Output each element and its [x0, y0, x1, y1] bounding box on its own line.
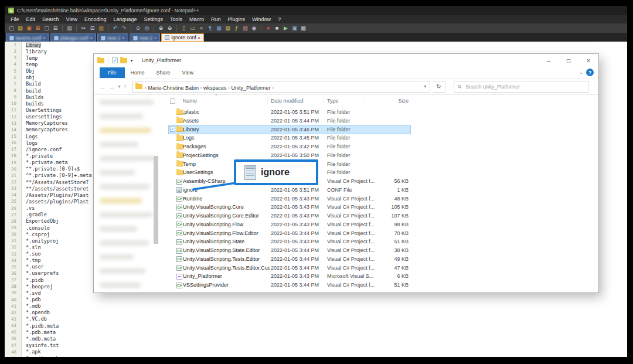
address-dropdown-icon[interactable]: ▼: [423, 84, 427, 89]
file-row[interactable]: C#VSSettingsProvider2022-01-05 3:44 PMVi…: [169, 281, 410, 290]
nav-item-blurred[interactable]: [100, 170, 135, 175]
menu-[interactable]: ?: [274, 16, 284, 22]
file-row[interactable]: Logs2022-01-05 3:45 PMFile folder: [169, 134, 410, 142]
file-row[interactable]: C#Unity.VisualScripting.Tests.Editor.Cus…: [169, 264, 410, 273]
close-tab-icon[interactable]: ×: [122, 36, 125, 40]
file-row[interactable]: Assets2022-01-05 3:44 PMFile folder: [169, 117, 410, 125]
close-tab-icon[interactable]: ×: [154, 36, 156, 40]
qat-dropdown-icon[interactable]: ▼: [130, 59, 134, 63]
search-input[interactable]: [465, 83, 584, 90]
close-icon[interactable]: ▢: [43, 25, 50, 32]
wrap-icon[interactable]: ≡: [198, 25, 205, 32]
menu-window[interactable]: Window: [249, 16, 274, 22]
minimize-button[interactable]: –: [539, 54, 559, 67]
close-tab-icon[interactable]: ×: [43, 36, 45, 40]
file-row[interactable]: ProjectSettings2022-01-05 3:50 PMFile fo…: [169, 151, 410, 160]
file-row[interactable]: C#Runtime2022-01-05 3:43 PMVisual C# Pro…: [169, 195, 410, 203]
forward-icon[interactable]: →: [108, 83, 115, 90]
menu-tools[interactable]: Tools: [166, 16, 186, 22]
new-folder-icon[interactable]: [120, 58, 127, 63]
nav-item-blurred[interactable]: [100, 114, 143, 119]
menu-edit[interactable]: Edit: [23, 16, 39, 22]
column-header-date[interactable]: Date modified: [271, 98, 304, 104]
close-tab-icon[interactable]: ×: [90, 36, 93, 40]
file-row[interactable]: C#Unity.VisualScripting.Tests.Editor2022…: [169, 255, 410, 264]
save-macro-icon[interactable]: ▩: [300, 25, 307, 32]
find-icon[interactable]: ⊙: [134, 25, 142, 32]
file-row[interactable]: C#Unity.VisualScripting.Flow2022-01-05 3…: [169, 220, 410, 229]
run-macro-multiple-icon[interactable]: ▣: [291, 25, 298, 32]
file-row[interactable]: C#Unity.VisualScripting.Core.Editor2022-…: [169, 212, 410, 220]
maximize-button[interactable]: □: [559, 54, 578, 67]
up-icon[interactable]: ↑: [124, 83, 127, 90]
redo-icon[interactable]: ↷: [120, 25, 128, 32]
sync-vertical-icon[interactable]: ▯: [180, 25, 188, 32]
nav-item-blurred[interactable]: [100, 268, 145, 274]
history-dropdown-icon[interactable]: ▼: [117, 84, 121, 89]
breadcrumb[interactable]: › Marie-Christine Babin › wkspaces › Uni…: [132, 81, 430, 93]
play-macro-icon[interactable]: ▶: [282, 25, 290, 32]
nav-scrollbar[interactable]: [154, 156, 158, 244]
back-icon[interactable]: ←: [100, 83, 106, 90]
breadcrumb-segment[interactable]: Marie-Christine Babin: [148, 85, 199, 91]
column-header-size[interactable]: Size: [368, 98, 409, 104]
save-icon[interactable]: ▣: [25, 25, 33, 32]
menu-file[interactable]: File: [7, 16, 23, 22]
ribbon-tab-home[interactable]: Home: [125, 68, 151, 77]
row-checkbox[interactable]: ✓: [170, 127, 175, 132]
folder-workspace-icon[interactable]: ▧: [241, 25, 249, 32]
replace-icon[interactable]: ◎: [143, 25, 151, 32]
menu-view[interactable]: View: [63, 16, 81, 22]
nav-item-blurred[interactable]: [100, 142, 138, 147]
print-icon[interactable]: ▤: [66, 25, 73, 32]
file-row[interactable]: ∞Unity_Platformer2022-01-05 3:43 PMMicro…: [169, 272, 410, 281]
breadcrumb-segment[interactable]: wkspaces: [203, 85, 227, 91]
tab-new-1[interactable]: new 1×: [97, 33, 128, 42]
copy-icon[interactable]: ⊡: [89, 25, 96, 32]
navigation-pane[interactable]: [94, 95, 168, 292]
file-row[interactable]: .plastic2022-01-05 3:51 PMFile folder: [169, 108, 410, 117]
sync-horizontal-icon[interactable]: ▭: [189, 25, 196, 32]
close-tab-icon[interactable]: ×: [198, 36, 200, 40]
help-icon[interactable]: ?: [586, 69, 594, 76]
doc-map-icon[interactable]: ▤: [224, 25, 232, 32]
menu-macro[interactable]: Macro: [186, 16, 207, 22]
file-row[interactable]: C#Unity.VisualScripting.Flow.Editor2022-…: [169, 229, 410, 238]
menu-language[interactable]: Language: [110, 16, 140, 22]
properties-icon[interactable]: ✓: [112, 57, 118, 63]
menu-run[interactable]: Run: [207, 16, 224, 22]
nav-item-blurred[interactable]: [100, 100, 154, 105]
file-row[interactable]: C#Unity.VisualScripting.Core2022-01-05 3…: [169, 203, 410, 212]
show-all-chars-icon[interactable]: ¶: [206, 25, 214, 32]
menu-settings[interactable]: Settings: [141, 16, 167, 22]
ribbon-tab-share[interactable]: Share: [151, 68, 176, 77]
close-button[interactable]: ×: [578, 54, 598, 67]
nav-item-blurred[interactable]: [100, 184, 150, 189]
menu-search[interactable]: Search: [39, 16, 63, 22]
nav-item-blurred[interactable]: [100, 198, 142, 203]
file-row[interactable]: ignore2022-01-05 3:51 PMCONF File1 KB: [169, 186, 410, 195]
file-row[interactable]: ✓Library2022-01-05 3:46 PMFile folder: [169, 125, 410, 134]
file-row[interactable]: C#Unity.VisualScripting.State.Editor2022…: [169, 246, 410, 255]
refresh-button[interactable]: ↻: [433, 81, 445, 93]
breadcrumb-segment[interactable]: Unity_Platformer: [232, 85, 271, 91]
open-file-icon[interactable]: ▤: [16, 25, 24, 32]
monitor-icon[interactable]: ◉: [250, 25, 258, 32]
tab-new-2[interactable]: new 2×: [130, 33, 161, 42]
undo-icon[interactable]: ↶: [111, 25, 119, 32]
column-header-type[interactable]: Type: [327, 98, 339, 104]
nav-item-blurred[interactable]: [100, 226, 137, 232]
nav-item-blurred[interactable]: [100, 240, 149, 246]
menu-encoding[interactable]: Encoding: [81, 16, 110, 22]
indent-guide-icon[interactable]: ▦: [215, 25, 223, 32]
search-box[interactable]: ⚲: [454, 81, 588, 93]
ribbon-collapse-icon[interactable]: ⌄: [579, 70, 583, 75]
menu-plugins[interactable]: Plugins: [224, 16, 249, 22]
tab-ignore-conf[interactable]: ignore.conf×: [161, 33, 203, 42]
paste-icon[interactable]: ▥: [97, 25, 105, 32]
stop-macro-icon[interactable]: ■: [273, 25, 281, 32]
close-all-icon[interactable]: ⊟: [52, 25, 59, 32]
nav-item-blurred[interactable]: [100, 212, 152, 217]
tab-tavens-conf[interactable]: tavens.conf×: [6, 33, 49, 42]
tab-platogui-conf[interactable]: platogui.conf×: [50, 33, 96, 42]
